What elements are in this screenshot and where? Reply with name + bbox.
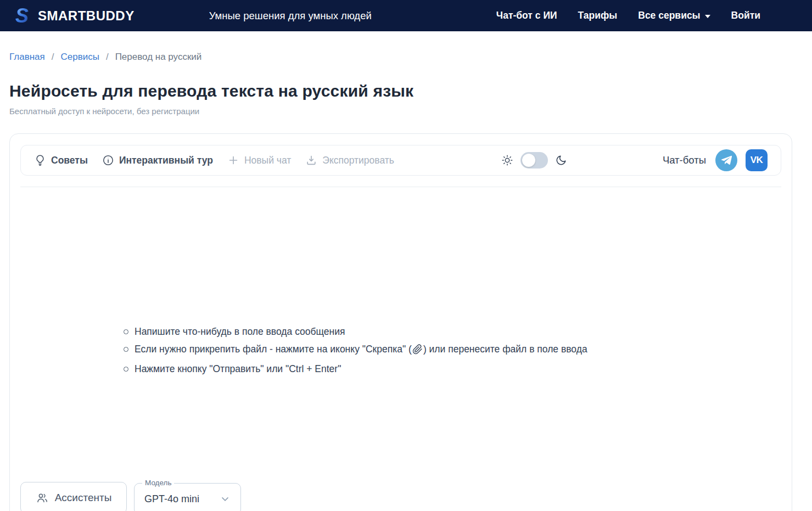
chevron-down-icon [220,493,231,504]
chat-card: Советы Интерактивный тур [9,133,792,511]
interactive-tour-label: Интерактивный тур [119,155,213,166]
breadcrumb-home[interactable]: Главная [9,52,45,63]
page-title: Нейросеть для перевода текста на русский… [9,81,792,101]
nav-link-ai-chatbot[interactable]: Чат-бот с ИИ [496,10,557,21]
export-button[interactable]: Экспортировать [305,154,394,166]
instructions-list: Напишите что-нибудь в поле ввода сообщен… [124,323,781,378]
instruction-item: Напишите что-нибудь в поле ввода сообщен… [124,323,781,340]
breadcrumb-services[interactable]: Сервисы [60,52,99,63]
top-navbar: S SMARTBUDDY Умные решения для умных люд… [0,0,812,31]
theme-toggle[interactable] [520,152,548,169]
nav-link-all-services-label: Все сервисы [638,10,700,21]
assistants-button[interactable]: Ассистенты [20,482,127,511]
sun-icon [501,154,513,166]
nav-link-all-services[interactable]: Все сервисы [638,10,710,21]
export-label: Экспортировать [322,155,394,166]
breadcrumb: Главная / Сервисы / Перевод на русский [9,52,792,63]
chat-toolbar: Советы Интерактивный тур [20,145,781,176]
new-chat-button[interactable]: Новый чат [227,154,291,166]
info-icon [102,154,114,166]
navbar-tagline: Умные решения для умных людей [209,10,372,22]
people-icon [36,491,49,504]
vk-button[interactable]: VK [746,149,768,171]
paperclip-icon [412,342,423,360]
model-select-label: Модель [142,479,174,487]
lightbulb-icon [34,154,46,166]
chatbots-label: Чат-боты [663,154,706,166]
breadcrumb-current: Перевод на русский [115,52,202,63]
moon-icon [555,154,567,166]
tips-button[interactable]: Советы [34,154,88,166]
tips-label: Советы [51,155,88,166]
vk-icon: VK [751,155,763,166]
download-icon [305,154,317,166]
theme-toggle-knob [522,154,535,167]
brand-name: SMARTBUDDY [38,8,135,24]
caret-down-icon [705,15,710,18]
navbar-links: Чат-бот с ИИ Тарифы Все сервисы Войти [496,10,760,21]
plus-icon [227,154,239,166]
model-select[interactable]: Модель GPT-4o mini [134,483,241,511]
page-content: Главная / Сервисы / Перевод на русский Н… [0,52,812,511]
new-chat-label: Новый чат [244,155,291,166]
nav-link-tariffs[interactable]: Тарифы [578,10,618,21]
brand[interactable]: S SMARTBUDDY [14,5,135,26]
svg-text:S: S [15,5,29,26]
telegram-button[interactable] [715,149,737,171]
model-select-value: GPT-4o mini [144,493,199,505]
chat-messages-area: Напишите что-нибудь в поле ввода сообщен… [20,187,781,482]
chatbots-group: Чат-боты VK [663,149,768,171]
brand-logo-icon: S [14,5,32,26]
instruction-item: Нажмите кнопку "Отправить" или "Ctrl + E… [124,360,781,378]
assistants-label: Ассистенты [55,492,112,504]
telegram-icon [720,154,732,166]
instruction-item: Если нужно прикрепить файл - нажмите на … [124,340,781,360]
breadcrumb-separator: / [106,52,109,63]
footer-controls: Ассистенты Модель GPT-4o mini [20,482,781,511]
page-subtitle: Бесплатный доступ к нейросети, без регис… [9,106,792,116]
breadcrumb-separator: / [52,52,54,63]
theme-switcher [501,152,567,169]
interactive-tour-button[interactable]: Интерактивный тур [102,154,213,166]
nav-link-login[interactable]: Войти [731,10,760,21]
